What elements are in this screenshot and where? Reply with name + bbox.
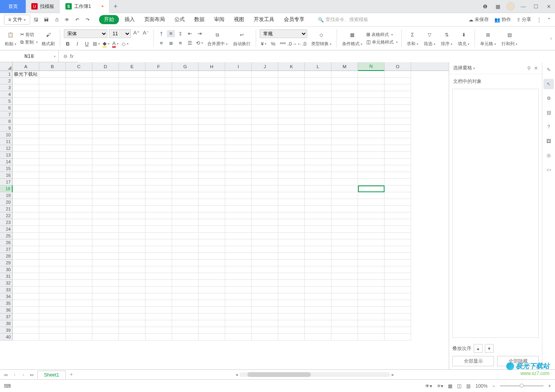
cell-A18[interactable] (13, 185, 39, 192)
cell-J30[interactable] (252, 266, 278, 273)
cell-C36[interactable] (66, 307, 92, 314)
cell-L1[interactable] (305, 71, 331, 78)
cell-F32[interactable] (145, 280, 172, 287)
cell-I35[interactable] (225, 300, 252, 307)
menu-review[interactable]: 审阅 (210, 15, 228, 25)
cell-N17[interactable] (358, 179, 385, 185)
cell-G11[interactable] (172, 138, 199, 145)
cell-C8[interactable] (66, 118, 92, 125)
cell-I1[interactable] (225, 71, 252, 78)
cell-A29[interactable] (13, 260, 39, 266)
cell-O9[interactable] (385, 125, 411, 132)
cell-H20[interactable] (199, 199, 225, 206)
cell-J10[interactable] (252, 132, 278, 138)
cell-J2[interactable] (252, 78, 278, 84)
cell-C3[interactable] (66, 84, 92, 91)
menu-data[interactable]: 数据 (190, 15, 209, 25)
cell-M2[interactable] (331, 78, 358, 84)
cell-A3[interactable] (13, 84, 39, 91)
cell-I20[interactable] (225, 199, 252, 206)
cell-F7[interactable] (145, 111, 172, 118)
cell-L22[interactable] (305, 212, 331, 219)
cell-J26[interactable] (252, 239, 278, 246)
cell-E34[interactable] (119, 293, 145, 300)
cell-E5[interactable] (119, 98, 145, 105)
cell-C10[interactable] (66, 132, 92, 138)
cell-J31[interactable] (252, 273, 278, 280)
col-header-O[interactable]: O (385, 62, 411, 71)
cell-I6[interactable] (225, 105, 252, 111)
cell-H18[interactable] (199, 185, 225, 192)
cell-A23[interactable] (13, 219, 39, 226)
cell-G26[interactable] (172, 239, 199, 246)
cell-H31[interactable] (199, 273, 225, 280)
cell-E11[interactable] (119, 138, 145, 145)
cell-M1[interactable] (331, 71, 358, 78)
cell-C24[interactable] (66, 226, 92, 233)
cell-G8[interactable] (172, 118, 199, 125)
sidebar-settings-icon[interactable]: ⚙ (544, 93, 554, 103)
cell-H39[interactable] (199, 327, 225, 334)
cell-E18[interactable] (119, 185, 145, 192)
cell-O31[interactable] (385, 273, 411, 280)
row-header-16[interactable]: 16 (0, 172, 13, 179)
cell-K4[interactable] (278, 91, 305, 98)
cell-E37[interactable] (119, 314, 145, 320)
cell-C22[interactable] (66, 212, 92, 219)
cell-N22[interactable] (358, 212, 385, 219)
cell-K3[interactable] (278, 84, 305, 91)
cell-M17[interactable] (331, 179, 358, 185)
cell-N11[interactable] (358, 138, 385, 145)
cell-G6[interactable] (172, 105, 199, 111)
cell-E12[interactable] (119, 145, 145, 152)
cell-N13[interactable] (358, 152, 385, 159)
row-header-7[interactable]: 7 (0, 111, 13, 118)
cell-O30[interactable] (385, 266, 411, 273)
cell-O17[interactable] (385, 179, 411, 185)
view-normal-icon[interactable]: ▦ (448, 383, 452, 389)
cell-B2[interactable] (39, 78, 66, 84)
menu-pagelayout[interactable]: 页面布局 (140, 15, 169, 25)
cell-E27[interactable] (119, 246, 145, 253)
sidebar-location-icon[interactable]: ◎ (544, 150, 554, 161)
cell-G33[interactable] (172, 287, 199, 293)
cell-I21[interactable] (225, 206, 252, 212)
cell-E4[interactable] (119, 91, 145, 98)
fill[interactable]: ⬇填充 (456, 30, 471, 47)
cell-M33[interactable] (331, 287, 358, 293)
cell-B20[interactable] (39, 199, 66, 206)
cell-M30[interactable] (331, 266, 358, 273)
cell-H5[interactable] (199, 98, 225, 105)
cell-B18[interactable] (39, 185, 66, 192)
cell-A35[interactable] (13, 300, 39, 307)
cell-I26[interactable] (225, 239, 252, 246)
cell-G29[interactable] (172, 260, 199, 266)
cell-G24[interactable] (172, 226, 199, 233)
cell-E16[interactable] (119, 172, 145, 179)
cell-O21[interactable] (385, 206, 411, 212)
cell-E3[interactable] (119, 84, 145, 91)
increase-indent-icon[interactable]: ⇥ (195, 30, 203, 37)
fx-icon[interactable]: fx (70, 54, 73, 59)
cell-M7[interactable] (331, 111, 358, 118)
zoom-slider[interactable] (500, 385, 544, 386)
cell-J35[interactable] (252, 300, 278, 307)
cell-F2[interactable] (145, 78, 172, 84)
col-header-I[interactable]: I (225, 62, 252, 71)
cell-A8[interactable] (13, 118, 39, 125)
cell-K28[interactable] (278, 253, 305, 260)
cell-O20[interactable] (385, 199, 411, 206)
cell-B38[interactable] (39, 320, 66, 327)
cell-O3[interactable] (385, 84, 411, 91)
cell-H2[interactable] (199, 78, 225, 84)
cell-M28[interactable] (331, 253, 358, 260)
col-header-K[interactable]: K (278, 62, 305, 71)
cell-I3[interactable] (225, 84, 252, 91)
cell-I13[interactable] (225, 152, 252, 159)
cell-A27[interactable] (13, 246, 39, 253)
cell-G23[interactable] (172, 219, 199, 226)
cell-M35[interactable] (331, 300, 358, 307)
hide-all-button[interactable]: 全部隐藏 (497, 356, 539, 366)
panel-title[interactable]: 选择窗格 (453, 65, 475, 71)
window-close[interactable]: ✕ (542, 0, 555, 13)
